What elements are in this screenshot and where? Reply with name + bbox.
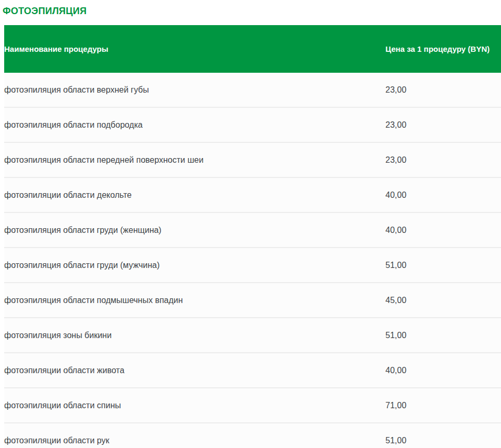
price-cell: 71,00 xyxy=(385,388,501,423)
column-header-procedure: Наименование процедуры xyxy=(4,25,385,73)
table-row: фотоэпиляция области подбородка 23,00 xyxy=(4,108,501,143)
price-cell: 23,00 xyxy=(385,143,501,178)
table-row: фотоэпиляция области груди (мужчина) 51,… xyxy=(4,248,501,283)
table-row: фотоэпиляция области верхней губы 23,00 xyxy=(4,73,501,108)
procedure-name-cell: фотоэпиляция области груди (мужчина) xyxy=(4,248,385,283)
price-cell: 23,00 xyxy=(385,73,501,108)
procedure-name-cell: фотоэпиляция области передней поверхност… xyxy=(4,143,385,178)
procedure-name-cell: фотоэпиляции области рук xyxy=(4,423,385,448)
procedure-name-cell: фотоэпиляция области верхней губы xyxy=(4,73,385,108)
table-body: фотоэпиляция области верхней губы 23,00 … xyxy=(4,73,501,448)
price-cell: 51,00 xyxy=(385,248,501,283)
table-header-row: Наименование процедуры Цена за 1 процеду… xyxy=(4,25,501,73)
procedure-name-cell: фотоэпиляция области подбородка xyxy=(4,108,385,143)
table-row: фотоэпиляция зоны бикини 51,00 xyxy=(4,318,501,353)
price-table-container: Наименование процедуры Цена за 1 процеду… xyxy=(4,25,501,448)
price-cell: 51,00 xyxy=(385,318,501,353)
procedure-name-cell: фотоэпиляции области живота xyxy=(4,353,385,388)
procedure-name-cell: фотоэпиляции области декольте xyxy=(4,178,385,213)
table-row: фотоэпиляция области передней поверхност… xyxy=(4,143,501,178)
price-cell: 23,00 xyxy=(385,108,501,143)
table-row: фотоэпиляции области декольте 40,00 xyxy=(4,178,501,213)
procedure-name-cell: фотоэпиляция области подмышечных впадин xyxy=(4,283,385,318)
price-cell: 40,00 xyxy=(385,353,501,388)
table-row: фотоэпиляции области спины 71,00 xyxy=(4,388,501,423)
price-cell: 51,00 xyxy=(385,423,501,448)
price-table: Наименование процедуры Цена за 1 процеду… xyxy=(4,25,501,448)
column-header-price: Цена за 1 процедуру (BYN) xyxy=(385,25,501,73)
price-cell: 40,00 xyxy=(385,178,501,213)
table-header: Наименование процедуры Цена за 1 процеду… xyxy=(4,25,501,73)
price-cell: 40,00 xyxy=(385,213,501,248)
procedure-name-cell: фотоэпиляция области груди (женщина) xyxy=(4,213,385,248)
table-row: фотоэпиляция области груди (женщина) 40,… xyxy=(4,213,501,248)
table-row: фотоэпиляция области подмышечных впадин … xyxy=(4,283,501,318)
table-row: фотоэпиляции области рук 51,00 xyxy=(4,423,501,448)
procedure-name-cell: фотоэпиляция зоны бикини xyxy=(4,318,385,353)
page-title: ФОТОЭПИЛЯЦИЯ xyxy=(3,5,501,17)
price-cell: 45,00 xyxy=(385,283,501,318)
procedure-name-cell: фотоэпиляции области спины xyxy=(4,388,385,423)
table-row: фотоэпиляции области живота 40,00 xyxy=(4,353,501,388)
